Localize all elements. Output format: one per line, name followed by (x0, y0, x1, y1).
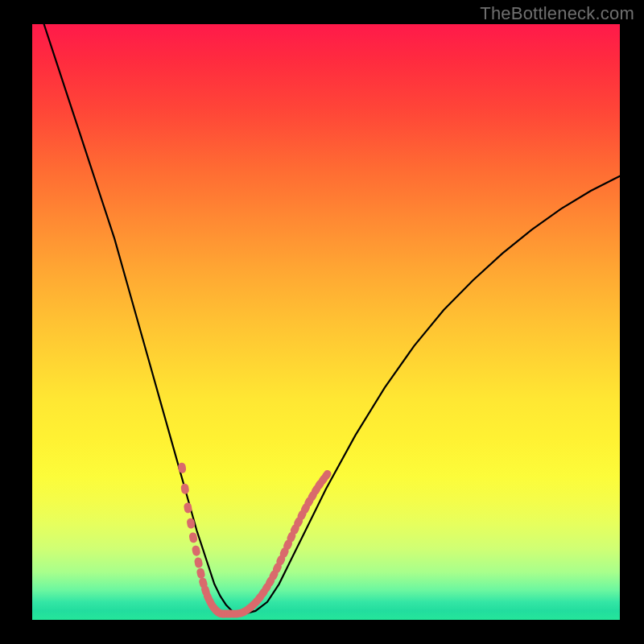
chart-svg (32, 24, 620, 620)
watermark-text: TheBottleneck.com (480, 3, 634, 24)
curve-marker (194, 557, 204, 569)
curve-marker (192, 545, 201, 557)
curve-marker (196, 568, 205, 580)
curve-marker (188, 532, 198, 544)
curve-marker (180, 483, 189, 494)
chart-frame: TheBottleneck.com (0, 0, 644, 644)
marker-cluster-left (178, 462, 237, 618)
plot-area (32, 24, 620, 620)
bottleneck-curve (44, 24, 620, 614)
marker-cluster-right (229, 469, 332, 618)
